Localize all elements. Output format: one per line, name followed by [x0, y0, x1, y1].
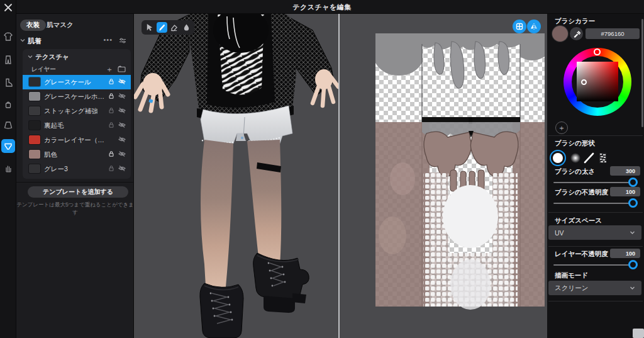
accessory-icon[interactable]: [1, 98, 15, 111]
slider-track: [553, 203, 638, 204]
eye-off-icon[interactable]: [118, 93, 126, 99]
close-icon[interactable]: [3, 3, 13, 13]
model-3d-view[interactable]: [134, 14, 338, 338]
divider: [548, 301, 643, 301]
layer-row-stocking[interactable]: ストッキング補強: [23, 104, 131, 118]
eyedropper-icon: [573, 30, 580, 38]
resize-corner[interactable]: [633, 329, 644, 338]
panel-scrollbar[interactable]: [641, 19, 643, 127]
chevron-down-icon: [20, 38, 25, 43]
layer-thumbnail: [29, 164, 40, 173]
eye-off-icon[interactable]: [118, 121, 126, 128]
brush-size-slider[interactable]: [553, 177, 638, 188]
shoes-icon[interactable]: [1, 76, 15, 89]
layer-row-skin-color[interactable]: 肌色: [23, 147, 131, 162]
layer-thumbnail: [29, 106, 40, 115]
texture-map: [340, 14, 547, 338]
slider-handle[interactable]: [628, 198, 638, 208]
chevron-down-icon: [28, 54, 33, 59]
draw-mode-value: スクリーン: [555, 284, 588, 293]
layer-row-grayscale-whiteout[interactable]: グレースケールホワイトアウト: [23, 89, 131, 104]
layer-name: グレー3: [44, 165, 68, 174]
lock-icon[interactable]: [108, 121, 114, 128]
texture-2d-view[interactable]: [340, 14, 547, 338]
eye-off-icon[interactable]: [118, 150, 126, 157]
layers-label: レイヤー: [31, 65, 56, 74]
template-note: テンプレートは最大5つまで重ねることができます: [16, 201, 134, 217]
mirror-toggle-button[interactable]: [527, 20, 541, 33]
layer-row-fleece[interactable]: 裏起毛: [23, 118, 131, 133]
size-space-value: UV: [555, 229, 564, 237]
hue-selector[interactable]: [594, 48, 601, 55]
blur-tool[interactable]: [181, 22, 192, 33]
texture-grid-toggle-button[interactable]: [513, 20, 526, 33]
section-header-innerwear[interactable]: 肌着 •••: [16, 35, 134, 47]
add-color-button[interactable]: ＋: [555, 121, 568, 134]
eyedropper-button[interactable]: [570, 27, 583, 40]
chevron-down-icon: [630, 230, 635, 235]
eye-off-icon[interactable]: [118, 165, 126, 172]
add-template-button[interactable]: テンプレートを追加する: [28, 186, 128, 198]
chevron-down-icon: [630, 285, 635, 291]
filter-icon[interactable]: [119, 37, 126, 44]
bottoms-icon[interactable]: [1, 53, 15, 67]
hex-color-field[interactable]: #796160: [586, 28, 640, 39]
layer-row-color-layer[interactable]: カラーレイヤー（ベースを入れる）: [23, 133, 131, 147]
draw-mode-label: 描画モード: [555, 271, 588, 280]
layer-row-gray3[interactable]: グレー3: [23, 162, 131, 176]
layer-opacity-value[interactable]: 100: [610, 249, 640, 258]
brush-settings-panel: ブラシカラー #796160 ＋ ブラシの形状 ブラシの太さ 300: [547, 0, 644, 338]
brush-opacity-slider[interactable]: [553, 198, 638, 208]
eye-off-icon[interactable]: [118, 136, 126, 143]
tab-skin-mask[interactable]: 肌マスク: [40, 20, 80, 31]
divider: [548, 246, 643, 247]
lock-icon[interactable]: [108, 165, 114, 172]
lock-icon[interactable]: [108, 150, 114, 157]
character-3d-render: [134, 14, 338, 338]
saturation-selector[interactable]: [581, 79, 587, 85]
slider-handle[interactable]: [628, 260, 638, 269]
more-icon[interactable]: •••: [103, 36, 113, 43]
texture-editor-window: テクスチャを編集: [0, 0, 644, 338]
layer-name: 肌色: [44, 150, 57, 159]
texture-group-row[interactable]: テクスチャ: [23, 52, 131, 63]
tab-outfit-label: 衣装: [26, 21, 40, 30]
brush-tool[interactable]: [157, 22, 167, 33]
eraser-tool[interactable]: [169, 22, 179, 33]
draw-mode-dropdown[interactable]: スクリーン: [548, 281, 641, 295]
eye-off-icon[interactable]: [118, 107, 126, 114]
new-folder-icon[interactable]: [118, 65, 126, 72]
slider-track: [553, 182, 638, 183]
lock-icon[interactable]: [108, 93, 114, 99]
layer-panel: テクスチャ レイヤー ＋ グレースケール グレースケールホワイトアウト: [23, 49, 131, 179]
add-layer-icon[interactable]: ＋: [106, 64, 113, 75]
layer-thumbnail: [29, 150, 40, 159]
viewport-divider[interactable]: [338, 14, 340, 338]
eye-off-icon[interactable]: [118, 78, 126, 85]
brush-shape-solid[interactable]: [550, 150, 566, 166]
page-title: テクスチャを編集: [0, 3, 644, 12]
brush-opacity-value[interactable]: 100: [610, 187, 640, 196]
layer-row-grayscale[interactable]: グレースケール: [23, 75, 131, 89]
size-space-dropdown[interactable]: UV: [548, 225, 641, 240]
layer-opacity-slider[interactable]: [553, 260, 638, 270]
slider-handle[interactable]: [628, 177, 638, 187]
lock-icon[interactable]: [108, 107, 114, 114]
lock-icon[interactable]: [108, 78, 114, 85]
layers-header-row: レイヤー ＋: [23, 64, 131, 74]
select-tool[interactable]: [144, 22, 155, 33]
brush-size-value[interactable]: 300: [610, 166, 640, 176]
brush-opacity-label: ブラシの不透明度: [555, 188, 608, 197]
gloves-icon[interactable]: [1, 161, 15, 175]
layer-thumbnail: [29, 92, 40, 101]
tab-skin-mask-label: 肌マスク: [47, 21, 74, 30]
layer-thumbnail: [29, 135, 40, 144]
tops-icon[interactable]: [1, 30, 15, 43]
innerwear-icon[interactable]: [1, 139, 15, 153]
layer-name: グレースケール: [44, 78, 91, 87]
section-title: 肌着: [28, 37, 42, 46]
layer-name: グレースケールホワイトアウト: [44, 93, 111, 101]
brush-color-swatch[interactable]: [552, 26, 568, 42]
brush-shape-texture[interactable]: [595, 150, 611, 166]
skirt-icon[interactable]: [1, 118, 15, 132]
